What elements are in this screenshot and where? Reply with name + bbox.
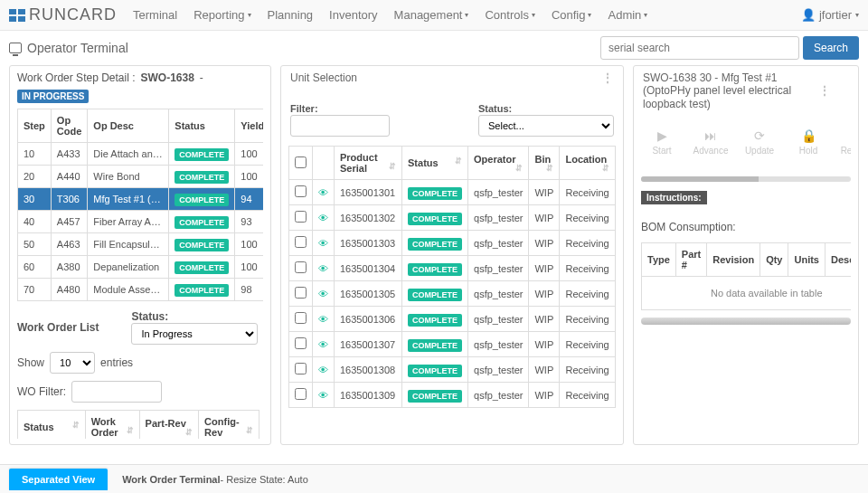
unit-row[interactable]: 👁 1635001307COMPLETEqsfp_testerWIPReceiv…: [289, 332, 616, 357]
unit-row[interactable]: 👁 1635001301COMPLETEqsfp_testerWIPReceiv…: [289, 180, 616, 205]
nav-reporting[interactable]: Reporting▾: [193, 8, 250, 22]
eye-icon[interactable]: 👁: [318, 289, 328, 299]
tab-separated-view[interactable]: Separated View: [9, 469, 108, 490]
update-icon: ⟳: [754, 128, 765, 143]
show-label: Show: [17, 356, 44, 369]
eye-icon[interactable]: 👁: [318, 263, 328, 274]
col-status[interactable]: Status: [169, 109, 235, 143]
action-update[interactable]: ⟳Update: [742, 128, 777, 156]
col-bin[interactable]: Bin⇵: [529, 147, 560, 180]
row-checkbox[interactable]: [295, 287, 307, 299]
horizontal-scrollbar[interactable]: [641, 318, 851, 325]
unit-table: Product Serial⇵Status⇵Operator⇵Bin⇵Locat…: [288, 146, 616, 408]
status-label: Status:: [131, 310, 258, 323]
step-row[interactable]: 20A440Wire BondCOMPLETE100: [18, 166, 264, 188]
nav-controls[interactable]: Controls▾: [485, 8, 534, 22]
unit-row[interactable]: 👁 1635001303COMPLETEqsfp_testerWIPReceiv…: [289, 231, 616, 256]
unit-row[interactable]: 👁 1635001304COMPLETEqsfp_testerWIPReceiv…: [289, 256, 616, 281]
col-location[interactable]: Location⇵: [560, 147, 616, 180]
step-detail-title: SWO-1638 30 - Mfg Test #1 (OptoPHy panel…: [643, 71, 819, 110]
col-yield[interactable]: Yield: [235, 109, 263, 143]
col-qty[interactable]: Qty: [760, 243, 788, 277]
row-checkbox[interactable]: [295, 261, 307, 273]
col-product-serial[interactable]: Product Serial⇵: [335, 147, 402, 180]
col-status[interactable]: Status⇵: [402, 147, 468, 180]
col-revision[interactable]: Revision: [707, 243, 760, 277]
caret-icon: ▾: [532, 11, 535, 19]
col-work-order[interactable]: Work Order⇵: [85, 411, 139, 440]
caret-icon: ▾: [248, 11, 251, 19]
action-start[interactable]: ▶Start: [645, 128, 679, 156]
eye-icon[interactable]: 👁: [318, 365, 328, 375]
search-button[interactable]: Search: [803, 36, 859, 60]
col-sel[interactable]: [289, 147, 313, 180]
eye-icon[interactable]: 👁: [318, 390, 328, 401]
step-row[interactable]: 70A480Module AssemblyCOMPLETE98: [18, 279, 264, 301]
col-part-rev[interactable]: Part-Rev⇵: [139, 411, 199, 440]
unit-selection-title: Unit Selection: [290, 71, 357, 84]
col-config-rev[interactable]: Config-Rev⇵: [199, 411, 259, 440]
caret-icon: ▾: [465, 11, 468, 19]
step-row[interactable]: 60A380DepanelizationCOMPLETE100: [18, 256, 264, 279]
action-hold[interactable]: 🔒Hold: [791, 128, 826, 156]
unit-row[interactable]: 👁 1635001306COMPLETEqsfp_testerWIPReceiv…: [289, 307, 616, 332]
kebab-icon[interactable]: ⋮: [602, 71, 614, 84]
col-sel[interactable]: [313, 147, 335, 180]
col-units[interactable]: Units: [788, 243, 826, 277]
eye-icon[interactable]: 👁: [318, 213, 328, 223]
nav-planning[interactable]: Planning: [268, 8, 314, 22]
row-checkbox[interactable]: [295, 185, 307, 197]
panel-workorder-detail: Work Order Step Detail : SWO-1638 - IN P…: [9, 65, 271, 445]
col-op-code[interactable]: Op Code: [51, 109, 88, 143]
nav-terminal[interactable]: Terminal: [133, 8, 177, 22]
col-operator[interactable]: Operator⇵: [468, 147, 529, 180]
col-op-desc[interactable]: Op Desc: [88, 109, 169, 143]
eye-icon[interactable]: 👁: [318, 314, 328, 325]
unit-status-select[interactable]: Select...: [478, 115, 614, 137]
col-part-#[interactable]: Part #: [675, 243, 706, 277]
step-row[interactable]: 50A463Fill EncapsulationCOMPLETE100: [18, 233, 264, 256]
filter-input[interactable]: [290, 115, 390, 137]
action-release[interactable]: 🔓Release: [840, 128, 851, 156]
unit-row[interactable]: 👁 1635001309COMPLETEqsfp_testerWIPReceiv…: [289, 383, 616, 408]
row-checkbox[interactable]: [295, 312, 307, 324]
eye-icon[interactable]: 👁: [318, 339, 328, 350]
col-type[interactable]: Type: [642, 243, 676, 277]
user-menu[interactable]: 👤 jfortier ▾: [801, 8, 859, 22]
step-row[interactable]: 10A433Die Attach and Perim...COMPLETE100: [18, 143, 264, 166]
kebab-icon[interactable]: ⋮: [819, 84, 831, 97]
eye-icon[interactable]: 👁: [318, 238, 328, 249]
step-row[interactable]: 40A457Fiber Array Attach o...COMPLETE93: [18, 211, 264, 233]
wo-filter-input[interactable]: [71, 381, 162, 403]
row-checkbox[interactable]: [295, 363, 307, 374]
unit-row[interactable]: 👁 1635001302COMPLETEqsfp_testerWIPReceiv…: [289, 205, 616, 231]
eye-icon[interactable]: 👁: [318, 187, 328, 198]
col-status[interactable]: Status⇵: [18, 411, 86, 440]
page-title: Operator Terminal: [9, 41, 128, 55]
wo-status-select[interactable]: In Progress: [131, 323, 258, 345]
row-checkbox[interactable]: [295, 211, 307, 223]
col-step[interactable]: Step: [18, 109, 52, 143]
caret-icon: ▾: [588, 11, 591, 19]
row-checkbox[interactable]: [295, 337, 307, 349]
select-all-checkbox[interactable]: [295, 156, 307, 168]
col-description[interactable]: Description: [825, 243, 851, 277]
nav-inventory[interactable]: Inventory: [329, 8, 377, 22]
page-header: Operator Terminal Search: [0, 31, 868, 65]
unit-row[interactable]: 👁 1635001308COMPLETEqsfp_testerWIPReceiv…: [289, 357, 616, 383]
step-row[interactable]: 30T306Mfg Test #1 (OptoPHy...COMPLETE94: [18, 188, 264, 211]
serial-search-input[interactable]: [600, 36, 799, 60]
brand-text: RUNCARD: [29, 5, 117, 24]
nav-admin[interactable]: Admin▾: [608, 8, 647, 22]
instructions-label: Instructions:: [641, 191, 707, 204]
action-advance[interactable]: ⏭Advance: [693, 128, 728, 156]
step-table: StepOp CodeOp DescStatusYield 10A433Die …: [17, 109, 263, 301]
user-name: jfortier: [819, 8, 852, 22]
row-checkbox[interactable]: [295, 236, 307, 248]
user-icon: 👤: [801, 8, 816, 22]
unit-row[interactable]: 👁 1635001305COMPLETEqsfp_testerWIPReceiv…: [289, 281, 616, 307]
nav-config[interactable]: Config▾: [552, 8, 592, 22]
nav-management[interactable]: Management▾: [394, 8, 469, 22]
show-entries-select[interactable]: 10: [50, 352, 95, 374]
row-checkbox[interactable]: [295, 388, 307, 400]
